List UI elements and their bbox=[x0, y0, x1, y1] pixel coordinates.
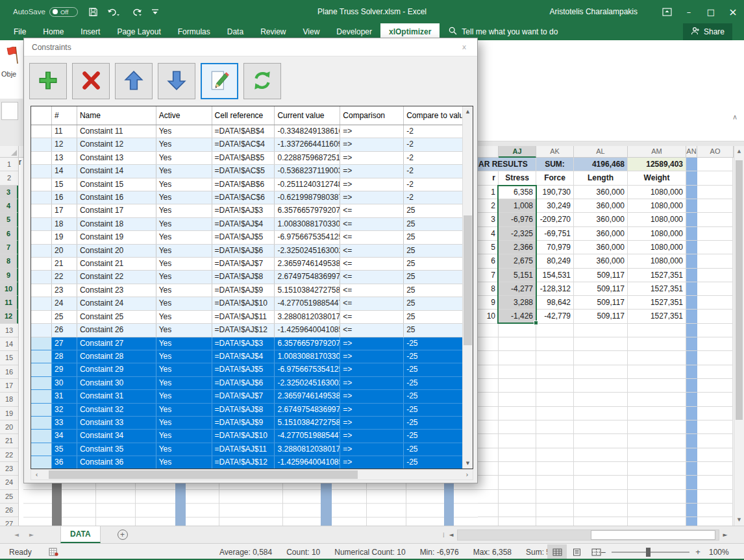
scroll-right-icon[interactable]: › bbox=[462, 471, 473, 478]
customize-qat-icon[interactable] bbox=[151, 8, 159, 16]
row-header-8[interactable]: 8 bbox=[0, 254, 18, 268]
empty-cell[interactable] bbox=[536, 462, 574, 476]
empty-cell[interactable] bbox=[697, 476, 733, 489]
empty-cell[interactable] bbox=[478, 420, 499, 434]
empty-cell[interactable] bbox=[536, 407, 574, 420]
scroll-left-icon[interactable]: ◄ bbox=[445, 531, 457, 538]
scroll-up-icon[interactable]: ▲ bbox=[734, 146, 744, 157]
empty-cell[interactable] bbox=[536, 420, 574, 434]
empty-cell[interactable] bbox=[697, 282, 733, 296]
empty-cell[interactable] bbox=[574, 504, 628, 517]
delete-constraint-button[interactable] bbox=[72, 63, 110, 99]
empty-cell[interactable] bbox=[697, 199, 733, 213]
stress-header-cell[interactable]: Stress bbox=[499, 171, 536, 185]
sum-weight-cell[interactable]: 12589,403 bbox=[628, 158, 686, 171]
empty-cell[interactable] bbox=[536, 434, 574, 448]
row-header-22[interactable]: 22 bbox=[0, 448, 18, 462]
row-header-14[interactable]: 14 bbox=[0, 337, 18, 351]
ribbon-display-options-icon[interactable] bbox=[656, 0, 678, 23]
row-header-6[interactable]: 6 bbox=[0, 227, 18, 241]
empty-cell[interactable] bbox=[697, 269, 733, 282]
empty-cell[interactable] bbox=[697, 407, 733, 420]
row-header-10[interactable]: 10 bbox=[0, 282, 18, 296]
stress-cell[interactable]: -2,325 bbox=[499, 227, 536, 241]
macro-record-icon[interactable] bbox=[49, 548, 58, 556]
empty-cell[interactable] bbox=[628, 379, 686, 393]
empty-cell[interactable] bbox=[499, 407, 536, 420]
empty-cell[interactable] bbox=[499, 365, 536, 379]
close-button[interactable]: × bbox=[722, 0, 744, 23]
partial-header-cell[interactable]: r bbox=[478, 171, 499, 185]
constraint-row[interactable]: 13Constaint 13Yes=DATA!$AB$50.2288759687… bbox=[31, 152, 462, 165]
weight-cell[interactable]: 1080,000 bbox=[628, 186, 686, 199]
stress-cell[interactable]: 2,366 bbox=[499, 241, 536, 254]
empty-cell[interactable] bbox=[697, 324, 733, 337]
empty-cell[interactable] bbox=[697, 213, 733, 226]
stress-cell[interactable]: 2,675 bbox=[499, 254, 536, 268]
empty-cell[interactable] bbox=[697, 420, 733, 434]
constraint-row[interactable]: 14Constaint 14Yes=DATA!$AC$5-0.536823711… bbox=[31, 165, 462, 178]
empty-cell[interactable] bbox=[478, 393, 499, 406]
zoom-level[interactable]: 100% bbox=[709, 548, 729, 557]
empty-cell[interactable] bbox=[499, 448, 536, 462]
scroll-down-icon[interactable]: ▼ bbox=[463, 458, 473, 469]
empty-cell[interactable] bbox=[628, 351, 686, 365]
collapse-ribbon-icon[interactable]: ∧ bbox=[732, 113, 738, 121]
sheet-nav-left-icon[interactable]: ◄ bbox=[14, 531, 19, 538]
zoom-slider[interactable] bbox=[612, 552, 689, 553]
weight-header-cell[interactable]: Weight bbox=[628, 171, 686, 185]
empty-cell[interactable] bbox=[628, 407, 686, 420]
stress-cell[interactable]: 6,358 bbox=[499, 186, 536, 199]
colored-column-cell[interactable] bbox=[686, 448, 697, 462]
scroll-up-icon[interactable]: ▲ bbox=[463, 106, 473, 117]
ribbon-objective-group[interactable]: Obje bbox=[0, 40, 23, 99]
row-header-20[interactable]: 20 bbox=[0, 420, 18, 434]
row-header-12[interactable]: 12 bbox=[0, 310, 18, 323]
empty-cell[interactable] bbox=[697, 337, 733, 351]
constraint-row[interactable]: 36Constaint 36Yes=DATA!$AJ$12-1.42596400… bbox=[31, 456, 462, 469]
empty-cell[interactable] bbox=[697, 296, 733, 310]
weight-cell[interactable]: 1080,000 bbox=[628, 199, 686, 213]
empty-cell[interactable] bbox=[697, 351, 733, 365]
add-constraint-button[interactable] bbox=[29, 63, 67, 99]
move-up-button[interactable] bbox=[115, 63, 153, 99]
member-number-cell[interactable]: 9 bbox=[478, 296, 499, 310]
empty-cell[interactable] bbox=[536, 379, 574, 393]
empty-cell[interactable] bbox=[574, 393, 628, 406]
empty-cell[interactable] bbox=[478, 462, 499, 476]
empty-cell[interactable] bbox=[574, 379, 628, 393]
empty-cell[interactable] bbox=[628, 420, 686, 434]
constraint-row[interactable]: 23Constaint 23Yes=DATA!$AJ$95.1510384272… bbox=[31, 284, 462, 297]
empty-cell[interactable] bbox=[536, 324, 574, 337]
constraint-row[interactable]: 12Constaint 12Yes=DATA!$AC$4-1.337266441… bbox=[31, 138, 462, 151]
empty-cell[interactable] bbox=[478, 351, 499, 365]
empty-cell[interactable] bbox=[697, 254, 733, 268]
results-label-cell[interactable]: AR RESULTS bbox=[478, 158, 536, 171]
constraint-row[interactable]: 11Constaint 11Yes=DATA!$AB$4-0.334824913… bbox=[31, 125, 462, 138]
column-header-ak[interactable]: AK bbox=[536, 146, 574, 158]
empty-cell[interactable] bbox=[628, 365, 686, 379]
empty-cell[interactable] bbox=[536, 476, 574, 489]
empty-cell[interactable] bbox=[697, 241, 733, 254]
colored-column-cell[interactable] bbox=[686, 296, 697, 310]
constraint-row[interactable]: 20Constaint 20Yes=DATA!$AJ$6-2.325024516… bbox=[31, 245, 462, 258]
force-header-cell[interactable]: Force bbox=[536, 171, 574, 185]
stress-cell[interactable]: -6,976 bbox=[499, 213, 536, 226]
row-header-3[interactable]: 3 bbox=[0, 186, 18, 199]
length-cell[interactable]: 509,117 bbox=[574, 310, 628, 323]
constraint-row[interactable]: 17Constaint 17Yes=DATA!$AJ$36.3576657979… bbox=[31, 204, 462, 217]
refresh-button[interactable] bbox=[243, 63, 281, 99]
empty-cell[interactable] bbox=[478, 337, 499, 351]
weight-cell[interactable]: 1527,351 bbox=[628, 296, 686, 310]
column-header-name[interactable]: Name bbox=[77, 106, 156, 125]
constraint-row[interactable]: 24Constaint 24Yes=DATA!$AJ$10-4.27705198… bbox=[31, 297, 462, 310]
autosave-pill[interactable]: Off bbox=[49, 7, 78, 17]
length-cell[interactable]: 360,000 bbox=[574, 213, 628, 226]
force-cell[interactable]: 30,249 bbox=[536, 199, 574, 213]
row-header-15[interactable]: 15 bbox=[0, 351, 18, 365]
row-header-24[interactable]: 24 bbox=[0, 476, 18, 489]
column-header-partial[interactable] bbox=[478, 146, 499, 158]
length-cell[interactable]: 509,117 bbox=[574, 296, 628, 310]
move-down-button[interactable] bbox=[158, 63, 195, 99]
empty-cell[interactable] bbox=[499, 462, 536, 476]
